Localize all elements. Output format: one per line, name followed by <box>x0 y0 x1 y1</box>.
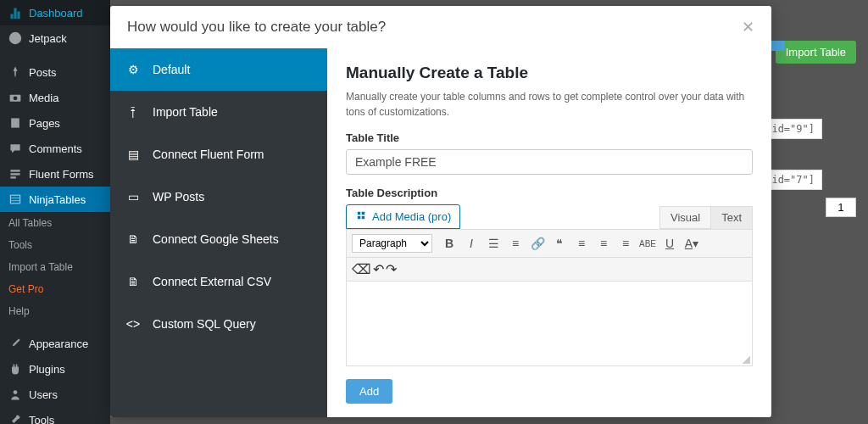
comment-icon <box>8 142 22 155</box>
menu-plugins[interactable]: Plugins <box>0 356 110 382</box>
nav-external-csv[interactable]: 🗎Connect External CSV <box>110 260 327 303</box>
menu-comments[interactable]: Comments <box>0 136 110 161</box>
svg-rect-6 <box>10 176 15 178</box>
close-icon[interactable]: ✕ <box>742 18 754 36</box>
nav-label: WP Posts <box>153 190 204 204</box>
goto-label: Go to <box>794 202 819 214</box>
svg-point-0 <box>9 32 21 44</box>
editor-toolbar: Paragraph B I ☰ ≡ 🔗 ❝ ≡ ≡ ≡ ABE U A ▾ <box>346 229 753 258</box>
tab-text[interactable]: Text <box>710 206 753 229</box>
menu-pages[interactable]: Pages <box>0 110 110 136</box>
content-heading: Manually Create a Table <box>346 64 753 82</box>
svg-rect-5 <box>10 173 19 175</box>
quote-icon[interactable]: ❝ <box>549 233 570 254</box>
import-table-button-bg[interactable]: Import Table <box>776 41 856 64</box>
menu-tools[interactable]: Tools <box>0 407 110 424</box>
menu-media[interactable]: Media <box>0 85 110 110</box>
form-icon <box>8 167 22 181</box>
nav-fluent-form[interactable]: ▤Connect Fluent Form <box>110 133 327 176</box>
menu-label: All Tables <box>8 217 52 229</box>
undo-icon[interactable]: ↶ <box>373 261 384 277</box>
menu-label: Pages <box>29 117 60 130</box>
menu-users[interactable]: Users <box>0 382 110 407</box>
nav-label: Connect Fluent Form <box>153 148 264 161</box>
number-list-icon[interactable]: ≡ <box>505 233 526 254</box>
bullet-list-icon[interactable]: ☰ <box>483 233 504 254</box>
table-icon <box>8 192 22 206</box>
svg-rect-7 <box>10 195 19 204</box>
gear-icon: ⚙ <box>125 63 141 76</box>
align-left-icon[interactable]: ≡ <box>571 233 592 254</box>
menu-label: Get Pro <box>8 283 43 295</box>
menu-ninja-tables[interactable]: NinjaTables <box>0 187 110 212</box>
goto-box: Go to <box>794 198 856 217</box>
table-title-input[interactable] <box>346 149 753 175</box>
page-icon <box>8 116 22 130</box>
nav-label: Connect Google Sheets <box>153 232 279 246</box>
goto-input[interactable] <box>826 198 856 217</box>
italic-icon[interactable]: I <box>461 233 481 254</box>
btn-label: Add Media (pro) <box>372 210 451 223</box>
modal-header: How would you like to create your table?… <box>110 6 771 48</box>
add-button[interactable]: Add <box>346 379 392 404</box>
clear-format-icon[interactable]: ⌫ <box>352 261 371 277</box>
rich-editor: Add Media (pro) Visual Text Paragraph B … <box>346 204 753 366</box>
submenu-tools[interactable]: Tools <box>0 234 110 256</box>
media-icon <box>355 209 367 224</box>
menu-label: Appearance <box>29 338 88 350</box>
menu-label: Comments <box>29 142 82 155</box>
text-color-icon[interactable]: A ▾ <box>682 233 702 254</box>
submenu-get-pro[interactable]: Get Pro <box>0 278 110 300</box>
nav-label: Default <box>153 63 190 76</box>
strikethrough-icon[interactable]: ABE <box>637 233 658 254</box>
plug-icon <box>8 362 22 376</box>
wrench-icon <box>8 413 22 424</box>
shortcode-snippet: id="7"] <box>764 170 822 190</box>
redo-icon[interactable]: ↷ <box>386 261 397 277</box>
add-media-button[interactable]: Add Media (pro) <box>346 204 460 229</box>
menu-label: Plugins <box>29 363 65 376</box>
menu-label: Help <box>8 305 30 317</box>
submenu-help[interactable]: Help <box>0 300 110 322</box>
menu-dashboard[interactable]: Dashboard <box>0 0 110 25</box>
menu-label: Posts <box>29 66 57 79</box>
menu-jetpack[interactable]: Jetpack <box>0 25 110 51</box>
tab-visual[interactable]: Visual <box>659 206 710 229</box>
nav-label: Custom SQL Query <box>153 317 256 331</box>
nav-sql-query[interactable]: <>Custom SQL Query <box>110 303 327 345</box>
nav-label: Connect External CSV <box>153 275 271 288</box>
menu-label: Media <box>29 92 58 104</box>
underline-icon[interactable]: U <box>659 233 680 254</box>
submenu-import-table[interactable]: Import a Table <box>0 256 110 278</box>
user-icon <box>8 388 22 401</box>
upload-icon: ⭱ <box>125 105 141 119</box>
menu-fluent-forms[interactable]: Fluent Forms <box>0 161 110 187</box>
form-icon: ▤ <box>125 148 141 161</box>
code-icon: <> <box>125 317 141 331</box>
link-icon[interactable]: 🔗 <box>527 233 548 254</box>
modal-title: How would you like to create your table? <box>127 19 386 36</box>
format-select[interactable]: Paragraph <box>352 234 432 253</box>
menu-label: Tools <box>29 414 54 425</box>
shortcode-snippet: id="9"] <box>764 119 822 139</box>
submenu-all-tables[interactable]: All Tables <box>0 212 110 234</box>
svg-point-2 <box>14 96 18 100</box>
btn-label: Import Table <box>786 46 846 59</box>
align-right-icon[interactable]: ≡ <box>615 233 636 254</box>
menu-label: Jetpack <box>29 32 67 45</box>
table-title-label: Table Title <box>346 131 753 144</box>
posts-icon: ▭ <box>125 190 141 204</box>
menu-posts[interactable]: Posts <box>0 59 110 85</box>
menu-appearance[interactable]: Appearance <box>0 331 110 356</box>
nav-google-sheets[interactable]: 🗎Connect Google Sheets <box>110 218 327 260</box>
nav-default[interactable]: ⚙Default <box>110 48 327 91</box>
bold-icon[interactable]: B <box>439 233 459 254</box>
align-center-icon[interactable]: ≡ <box>593 233 614 254</box>
editor-textarea[interactable] <box>346 282 753 366</box>
nav-wp-posts[interactable]: ▭WP Posts <box>110 176 327 218</box>
menu-label: Import a Table <box>8 261 73 273</box>
menu-label: Fluent Forms <box>29 168 94 181</box>
menu-label: Tools <box>8 239 32 251</box>
sheet-icon: 🗎 <box>125 232 141 246</box>
nav-import-table[interactable]: ⭱Import Table <box>110 91 327 133</box>
